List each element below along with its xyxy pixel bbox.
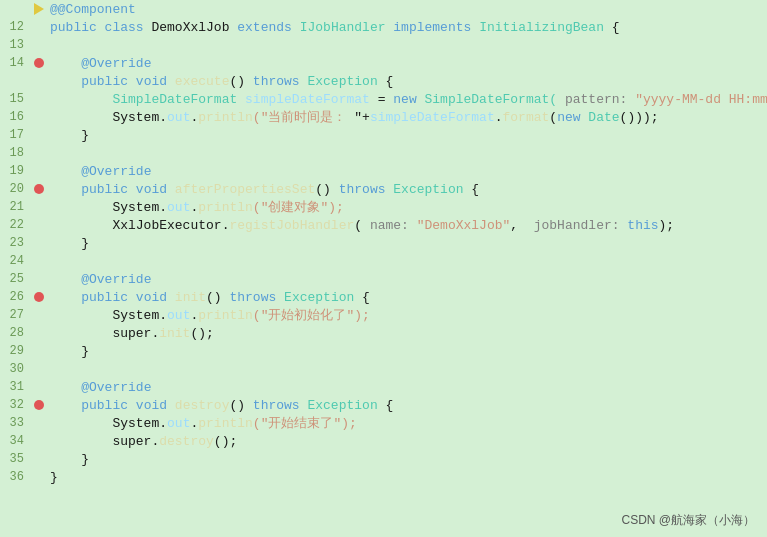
line-number: 25 — [0, 272, 30, 286]
line-content: @Override — [48, 380, 767, 395]
line-number: 16 — [0, 110, 30, 124]
token: println — [198, 416, 253, 431]
line-number: 23 — [0, 236, 30, 250]
token: { — [362, 290, 370, 305]
line-content: public void destroy() throws Exception { — [48, 398, 767, 413]
code-line: 12public class DemoXxlJob extends IJobHa… — [0, 18, 767, 36]
token: new — [557, 110, 588, 125]
token: ); — [659, 218, 675, 233]
line-content: } — [48, 344, 767, 359]
token: } — [50, 452, 89, 467]
token: out — [167, 200, 190, 215]
token — [50, 56, 81, 71]
line-number: 34 — [0, 434, 30, 448]
code-line: 32 public void destroy() throws Exceptio… — [0, 396, 767, 414]
line-content: public class DemoXxlJob extends IJobHand… — [48, 20, 767, 35]
line-number: 22 — [0, 218, 30, 232]
token: println — [198, 110, 253, 125]
token: ())); — [620, 110, 659, 125]
line-number: 24 — [0, 254, 30, 268]
line-number: 30 — [0, 362, 30, 376]
token: simpleDateFormat — [245, 92, 370, 107]
line-content: System.out.println("创建对象"); — [48, 198, 767, 216]
code-line: 35 } — [0, 450, 767, 468]
token: throws — [229, 290, 284, 305]
token: println — [198, 200, 253, 215]
line-gutter — [30, 400, 48, 410]
token: public — [50, 20, 105, 35]
line-content: } — [48, 470, 767, 485]
line-number: 13 — [0, 38, 30, 52]
code-line: 30 — [0, 360, 767, 378]
line-number: 29 — [0, 344, 30, 358]
line-number: 21 — [0, 200, 30, 214]
breakpoint-icon[interactable] — [34, 184, 44, 194]
token: init — [159, 326, 190, 341]
breakpoint-icon[interactable] — [34, 58, 44, 68]
token: SimpleDateFormat — [112, 92, 245, 107]
code-line: 33 System.out.println("开始结束了"); — [0, 414, 767, 432]
token: new — [393, 92, 424, 107]
code-editor: @@Component12public class DemoXxlJob ext… — [0, 0, 767, 537]
token: registJobHandler — [229, 218, 354, 233]
token: public — [81, 182, 136, 197]
code-line: 17 } — [0, 126, 767, 144]
line-gutter — [30, 58, 48, 68]
token: ("开始初始化了"); — [253, 308, 370, 323]
line-number: 31 — [0, 380, 30, 394]
token — [50, 92, 112, 107]
token: ("开始结束了"); — [253, 416, 357, 431]
token: () — [229, 398, 252, 413]
breakpoint-icon[interactable] — [34, 292, 44, 302]
token: @Override — [81, 380, 151, 395]
code-line: 20 public void afterPropertiesSet() thro… — [0, 180, 767, 198]
token: ("当前时间是： — [253, 110, 347, 125]
token: } — [50, 236, 89, 251]
line-content: System.out.println("当前时间是： "+simpleDateF… — [48, 108, 767, 126]
code-line: 23 } — [0, 234, 767, 252]
token: { — [612, 20, 620, 35]
token: out — [167, 110, 190, 125]
token: } — [50, 128, 89, 143]
token: format — [503, 110, 550, 125]
token: System. — [50, 200, 167, 215]
token: simpleDateFormat — [370, 110, 495, 125]
line-content: @Override — [48, 56, 767, 71]
token: (); — [190, 326, 213, 341]
token: "yyyy-MM-dd HH:mm:ss" — [635, 92, 767, 107]
token: implements — [393, 20, 479, 35]
token: InitializingBean — [479, 20, 612, 35]
line-number: 14 — [0, 56, 30, 70]
token: throws — [253, 398, 308, 413]
token: @Override — [81, 56, 151, 71]
code-line: 29 } — [0, 342, 767, 360]
line-number: 20 — [0, 182, 30, 196]
token: void — [136, 290, 175, 305]
code-line: 36} — [0, 468, 767, 486]
token: Exception — [307, 74, 385, 89]
token: IJobHandler — [300, 20, 394, 35]
token: . — [495, 110, 503, 125]
token: "DemoXxlJob" — [417, 218, 511, 233]
watermark: CSDN @航海家（小海） — [621, 512, 755, 529]
token: super. — [50, 326, 159, 341]
line-content: @Override — [48, 272, 767, 287]
token: out — [167, 308, 190, 323]
line-content: XxlJobExecutor.registJobHandler( name: "… — [48, 218, 767, 233]
token: System. — [50, 110, 167, 125]
line-number: 12 — [0, 20, 30, 34]
token: } — [50, 470, 58, 485]
code-line: 15 SimpleDateFormat simpleDateFormat = n… — [0, 90, 767, 108]
breakpoint-icon[interactable] — [34, 400, 44, 410]
token — [50, 272, 81, 287]
token: void — [136, 398, 175, 413]
code-line: @@Component — [0, 0, 767, 18]
token: Exception — [393, 182, 471, 197]
code-line: 13 — [0, 36, 767, 54]
token: public — [81, 290, 136, 305]
token: () — [229, 74, 252, 89]
token — [50, 182, 81, 197]
line-content: super.init(); — [48, 326, 767, 341]
line-number: 32 — [0, 398, 30, 412]
line-number: 17 — [0, 128, 30, 142]
